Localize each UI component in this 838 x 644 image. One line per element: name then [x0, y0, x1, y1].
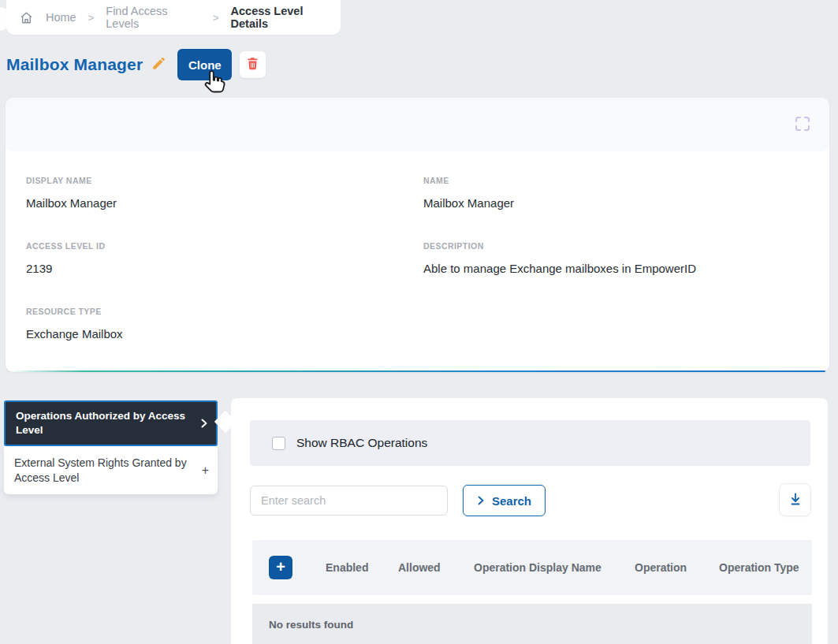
- home-icon[interactable]: [19, 10, 34, 25]
- download-button[interactable]: [779, 483, 811, 516]
- plus-icon: +: [202, 462, 209, 478]
- field-display-name: DISPLAY NAME Mailbox Manager: [26, 176, 117, 210]
- column-header-allowed[interactable]: Allowed: [398, 561, 441, 574]
- field-value: 2139: [26, 262, 106, 275]
- sidebar-tabs: Operations Authorized by Access Level Ex…: [4, 400, 218, 494]
- search-button-label: Search: [492, 494, 531, 508]
- operations-table-header: + Enabled Allowed Operation Display Name…: [252, 540, 812, 595]
- operations-panel: Show RBAC Operations Search + Enabled Al…: [231, 398, 828, 644]
- field-description: DESCRIPTION Able to manage Exchange mail…: [423, 241, 696, 275]
- field-access-level-id: ACCESS LEVEL ID 2139: [26, 241, 106, 275]
- chevron-right-icon: [200, 419, 209, 429]
- field-label: DESCRIPTION: [423, 241, 696, 251]
- field-label: ACCESS LEVEL ID: [26, 241, 106, 251]
- card-header-strip: [6, 98, 829, 151]
- field-name: NAME Mailbox Manager: [423, 176, 514, 210]
- tab-operations-authorized[interactable]: Operations Authorized by Access Level: [4, 400, 218, 446]
- breadcrumb-home[interactable]: Home: [46, 11, 76, 24]
- empty-results-message: No results found: [269, 619, 353, 631]
- empty-results-row: No results found: [252, 604, 812, 644]
- chevron-right-icon: >: [213, 12, 219, 24]
- expand-card-button[interactable]: [786, 108, 819, 141]
- pencil-icon: [151, 57, 166, 73]
- access-level-details-card: DISPLAY NAME Mailbox Manager NAME Mailbo…: [6, 98, 829, 372]
- edit-title-button[interactable]: [151, 57, 166, 73]
- field-value: Exchange Mailbox: [26, 327, 123, 341]
- field-resource-type: RESOURCE TYPE Exchange Mailbox: [26, 307, 123, 341]
- fullscreen-icon: [791, 112, 814, 138]
- column-header-operation-type[interactable]: Operation Type: [719, 561, 799, 574]
- chevron-right-icon: >: [88, 12, 95, 24]
- card-accent-underline: [9, 370, 825, 372]
- field-label: NAME: [423, 176, 514, 185]
- download-icon: [788, 491, 803, 509]
- field-label: RESOURCE TYPE: [26, 307, 123, 316]
- search-input[interactable]: [250, 486, 448, 516]
- column-header-operation[interactable]: Operation: [635, 561, 687, 574]
- tab-label: Operations Authorized by Access Level: [16, 410, 185, 436]
- show-rbac-label[interactable]: Show RBAC Operations: [296, 436, 427, 450]
- field-value: Mailbox Manager: [423, 196, 514, 210]
- breadcrumb-find-access-levels[interactable]: Find Access Levels: [106, 5, 201, 30]
- field-value: Able to manage Exchange mailboxes in Emp…: [423, 262, 696, 275]
- chevron-right-icon: [477, 494, 485, 508]
- tab-label: External System Rights Granted by Access…: [14, 456, 187, 483]
- show-rbac-filter: Show RBAC Operations: [250, 420, 810, 466]
- delete-button[interactable]: [240, 51, 266, 78]
- add-operation-button[interactable]: +: [269, 556, 292, 579]
- field-label: DISPLAY NAME: [26, 176, 117, 185]
- tab-external-system-rights[interactable]: External System Rights Granted by Access…: [4, 446, 218, 493]
- show-rbac-checkbox[interactable]: [272, 437, 285, 450]
- page-title: Mailbox Manager: [6, 55, 143, 74]
- search-button[interactable]: Search: [463, 485, 546, 516]
- page-header: Mailbox Manager Clone: [6, 47, 266, 82]
- column-header-enabled[interactable]: Enabled: [326, 561, 368, 574]
- column-header-operation-display-name[interactable]: Operation Display Name: [474, 561, 601, 574]
- field-value: Mailbox Manager: [26, 196, 117, 210]
- breadcrumb: Home > Find Access Levels > Access Level…: [6, 0, 341, 35]
- trash-icon: [247, 57, 259, 73]
- clone-button[interactable]: Clone: [177, 49, 232, 80]
- breadcrumb-current: Access Level Details: [231, 5, 341, 30]
